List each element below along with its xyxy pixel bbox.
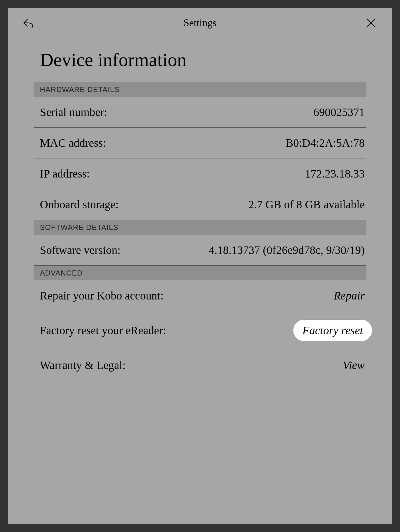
row-repair-account: Repair your Kobo account: Repair bbox=[34, 280, 366, 311]
repair-label: Repair your Kobo account: bbox=[40, 289, 163, 302]
back-icon[interactable] bbox=[22, 16, 36, 30]
repair-button[interactable]: Repair bbox=[334, 289, 366, 302]
ip-label: IP address: bbox=[40, 167, 90, 180]
section-header-hardware: HARDWARE DETAILS bbox=[34, 82, 366, 97]
page-title: Device information bbox=[34, 49, 366, 71]
serial-label: Serial number: bbox=[40, 105, 107, 119]
content-area: Device information HARDWARE DETAILS Seri… bbox=[8, 38, 392, 380]
header-bar: Settings bbox=[8, 8, 392, 38]
warranty-view-button[interactable]: View bbox=[343, 358, 366, 372]
section-header-software: SOFTWARE DETAILS bbox=[34, 220, 366, 235]
section-header-advanced: ADVANCED bbox=[34, 266, 366, 280]
factory-reset-button[interactable]: Factory reset bbox=[293, 320, 372, 341]
mac-label: MAC address: bbox=[40, 136, 106, 150]
row-warranty-legal: Warranty & Legal: View bbox=[34, 350, 366, 380]
warranty-label: Warranty & Legal: bbox=[40, 358, 126, 372]
serial-value: 690025371 bbox=[313, 105, 366, 119]
software-label: Software version: bbox=[40, 243, 120, 257]
storage-value: 2.7 GB of 8 GB available bbox=[248, 198, 366, 211]
software-value: 4.18.13737 (0f26e9d78c, 9/30/19) bbox=[209, 243, 366, 257]
factory-reset-label: Factory reset your eReader: bbox=[40, 324, 166, 337]
storage-label: Onboard storage: bbox=[40, 198, 119, 211]
row-software-version: Software version: 4.18.13737 (0f26e9d78c… bbox=[34, 235, 366, 266]
mac-value: B0:D4:2A:5A:78 bbox=[286, 136, 366, 150]
settings-screen: Settings Device information HARDWARE DET… bbox=[8, 8, 392, 524]
row-ip-address: IP address: 172.23.18.33 bbox=[34, 158, 366, 189]
header-title: Settings bbox=[36, 17, 364, 29]
row-factory-reset: Factory reset your eReader: Factory rese… bbox=[34, 311, 366, 350]
row-serial-number: Serial number: 690025371 bbox=[34, 97, 366, 128]
row-mac-address: MAC address: B0:D4:2A:5A:78 bbox=[34, 128, 366, 158]
ip-value: 172.23.18.33 bbox=[305, 167, 366, 180]
close-icon[interactable] bbox=[364, 16, 378, 30]
row-storage: Onboard storage: 2.7 GB of 8 GB availabl… bbox=[34, 189, 366, 220]
